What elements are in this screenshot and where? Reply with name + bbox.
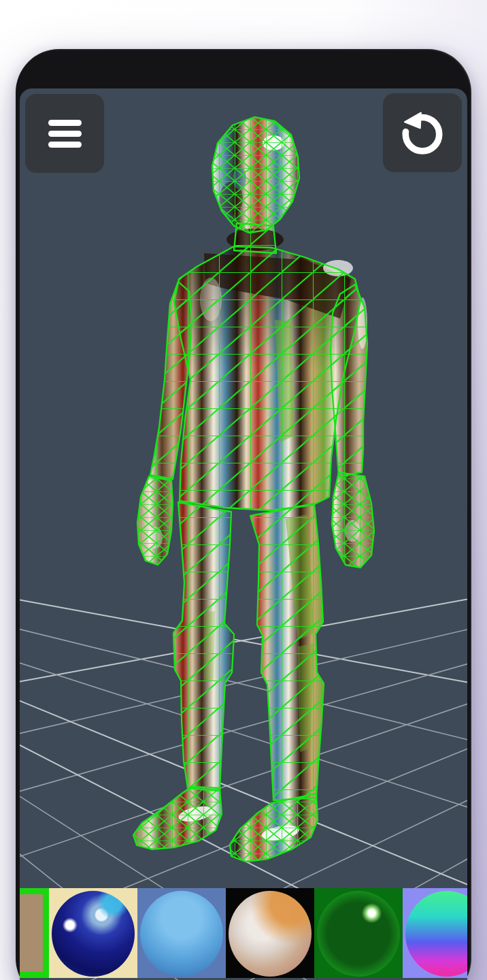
app-store-screenshot: { "app": { "description": "3D modeling v…: [0, 0, 487, 980]
human-model: [133, 117, 374, 862]
menu-button[interactable]: [25, 94, 104, 173]
material-sphere: [317, 891, 400, 977]
material-thumbnail[interactable]: [403, 888, 467, 978]
material-sphere: [229, 891, 312, 977]
material-thumbnail[interactable]: [20, 888, 49, 978]
rotate-ccw-icon: [398, 108, 447, 157]
reset-view-button[interactable]: [383, 93, 462, 172]
app-screen: [20, 88, 467, 980]
model-wireframe: [133, 117, 374, 862]
material-thumbnail[interactable]: [49, 888, 137, 978]
phone-frame: [16, 49, 471, 980]
material-thumbnail[interactable]: [226, 888, 314, 978]
hamburger-icon: [48, 117, 82, 150]
material-sphere: [405, 891, 467, 977]
3d-viewport-canvas[interactable]: [20, 88, 467, 980]
material-thumbnail[interactable]: [314, 888, 403, 978]
material-thumbnail[interactable]: [137, 888, 226, 978]
material-sphere: [52, 891, 135, 977]
material-sphere: [140, 891, 223, 977]
material-picker-bar: [20, 888, 467, 978]
